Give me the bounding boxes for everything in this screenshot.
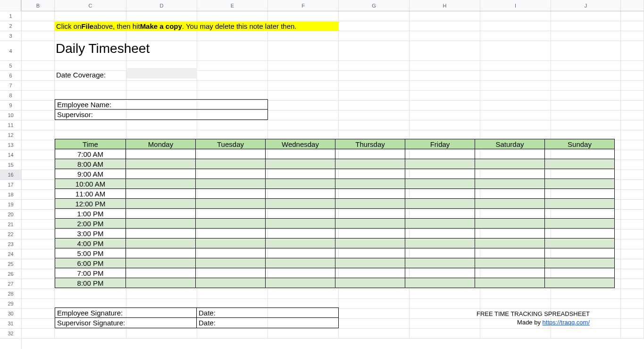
cell[interactable] bbox=[22, 190, 55, 200]
timesheet-cell[interactable] bbox=[196, 229, 266, 238]
cell[interactable] bbox=[22, 220, 55, 230]
timesheet-cell[interactable] bbox=[335, 229, 405, 238]
row-header-30[interactable]: 30 bbox=[0, 309, 21, 319]
time-cell[interactable]: 10:00 AM bbox=[55, 179, 126, 189]
time-cell[interactable]: 7:00 AM bbox=[55, 149, 126, 159]
timesheet-cell[interactable] bbox=[335, 238, 405, 248]
cell[interactable] bbox=[197, 329, 268, 339]
cell[interactable] bbox=[621, 239, 644, 249]
cell[interactable] bbox=[480, 120, 551, 130]
cell[interactable] bbox=[621, 170, 644, 180]
row-header-13[interactable]: 13 bbox=[0, 140, 21, 150]
row-header-22[interactable]: 22 bbox=[0, 230, 21, 239]
cell[interactable] bbox=[22, 140, 55, 150]
cell[interactable] bbox=[22, 150, 55, 160]
cell[interactable] bbox=[22, 249, 55, 259]
cell[interactable] bbox=[410, 299, 480, 309]
cell[interactable] bbox=[22, 319, 55, 329]
timesheet-cell[interactable] bbox=[126, 199, 196, 209]
cell[interactable] bbox=[480, 111, 551, 120]
supervisor-signature-date-label[interactable]: Date: bbox=[197, 318, 338, 328]
row-header-10[interactable]: 10 bbox=[0, 111, 21, 120]
cell[interactable] bbox=[621, 160, 644, 170]
employee-signature-date-label[interactable]: Date: bbox=[197, 308, 338, 317]
cell[interactable] bbox=[551, 111, 621, 120]
row-header-17[interactable]: 17 bbox=[0, 180, 21, 190]
cell[interactable] bbox=[621, 259, 644, 269]
timesheet-cell[interactable] bbox=[266, 169, 335, 179]
timesheet-cell[interactable] bbox=[196, 258, 266, 268]
timesheet-cell[interactable] bbox=[545, 219, 615, 229]
cell[interactable] bbox=[410, 319, 480, 329]
cell[interactable] bbox=[621, 31, 644, 41]
cell[interactable] bbox=[621, 91, 644, 101]
cell[interactable] bbox=[197, 61, 268, 71]
cell[interactable] bbox=[22, 239, 55, 249]
cell[interactable] bbox=[410, 309, 480, 319]
cell[interactable] bbox=[268, 31, 339, 41]
timesheet-cell[interactable] bbox=[196, 199, 266, 209]
cell[interactable] bbox=[621, 150, 644, 160]
timesheet-cell[interactable] bbox=[405, 248, 475, 258]
cell[interactable] bbox=[410, 71, 480, 81]
cell[interactable] bbox=[55, 120, 126, 130]
row-header-11[interactable]: 11 bbox=[0, 120, 21, 130]
timesheet-cell[interactable] bbox=[126, 209, 196, 219]
timesheet-cell[interactable] bbox=[126, 238, 196, 248]
cell[interactable] bbox=[621, 41, 644, 61]
timesheet-cell[interactable] bbox=[196, 209, 266, 219]
timesheet-cell[interactable] bbox=[405, 169, 475, 179]
timesheet-cell[interactable] bbox=[475, 189, 545, 199]
cell[interactable] bbox=[55, 329, 126, 339]
cell[interactable] bbox=[621, 120, 644, 130]
timesheet-cell[interactable] bbox=[475, 209, 545, 219]
timesheet-cell[interactable] bbox=[475, 229, 545, 238]
row-header-25[interactable]: 25 bbox=[0, 259, 21, 269]
row-header-15[interactable]: 15 bbox=[0, 160, 21, 170]
cell[interactable] bbox=[197, 31, 268, 41]
cell[interactable] bbox=[268, 289, 339, 299]
timesheet-cell[interactable] bbox=[126, 179, 196, 189]
row-header-2[interactable]: 2 bbox=[0, 21, 21, 31]
cell[interactable] bbox=[22, 71, 55, 81]
cell[interactable] bbox=[22, 61, 55, 71]
supervisor-signature-label[interactable]: Supervisor Signature: bbox=[55, 318, 197, 328]
time-cell[interactable]: 12:00 PM bbox=[55, 199, 126, 209]
cell[interactable] bbox=[22, 200, 55, 210]
row-header-21[interactable]: 21 bbox=[0, 220, 21, 230]
cell[interactable] bbox=[480, 81, 551, 91]
cell[interactable] bbox=[22, 269, 55, 279]
cell[interactable] bbox=[410, 61, 480, 71]
time-cell[interactable]: 4:00 PM bbox=[55, 238, 126, 248]
timesheet-cell[interactable] bbox=[545, 149, 615, 159]
timesheet-cell[interactable] bbox=[196, 179, 266, 189]
cell[interactable] bbox=[22, 21, 55, 31]
cell[interactable] bbox=[410, 91, 480, 101]
timesheet-cell[interactable] bbox=[126, 258, 196, 268]
timesheet-cell[interactable] bbox=[126, 278, 196, 288]
timesheet-cell[interactable] bbox=[475, 248, 545, 258]
cell[interactable] bbox=[55, 81, 126, 91]
timesheet-cell[interactable] bbox=[196, 268, 266, 278]
cell[interactable] bbox=[480, 71, 551, 81]
timesheet-cell[interactable] bbox=[266, 238, 335, 248]
cell[interactable] bbox=[126, 11, 197, 21]
timesheet-cell[interactable] bbox=[196, 219, 266, 229]
timesheet-cell[interactable] bbox=[405, 229, 475, 238]
cell[interactable] bbox=[480, 11, 551, 21]
cell[interactable] bbox=[126, 81, 197, 91]
timesheet-cell[interactable] bbox=[545, 238, 615, 248]
cell[interactable] bbox=[410, 11, 480, 21]
cell[interactable] bbox=[480, 329, 551, 339]
footer-link[interactable]: https://traqq.com/ bbox=[543, 319, 590, 326]
cell[interactable] bbox=[621, 21, 644, 31]
cell[interactable] bbox=[621, 269, 644, 279]
cell[interactable] bbox=[551, 91, 621, 101]
cell[interactable] bbox=[22, 309, 55, 319]
cell[interactable] bbox=[621, 329, 644, 339]
cell[interactable] bbox=[551, 329, 621, 339]
cell[interactable] bbox=[621, 210, 644, 220]
cell[interactable] bbox=[197, 81, 268, 91]
cell[interactable] bbox=[410, 41, 480, 61]
col-header-J[interactable]: J bbox=[551, 0, 621, 11]
